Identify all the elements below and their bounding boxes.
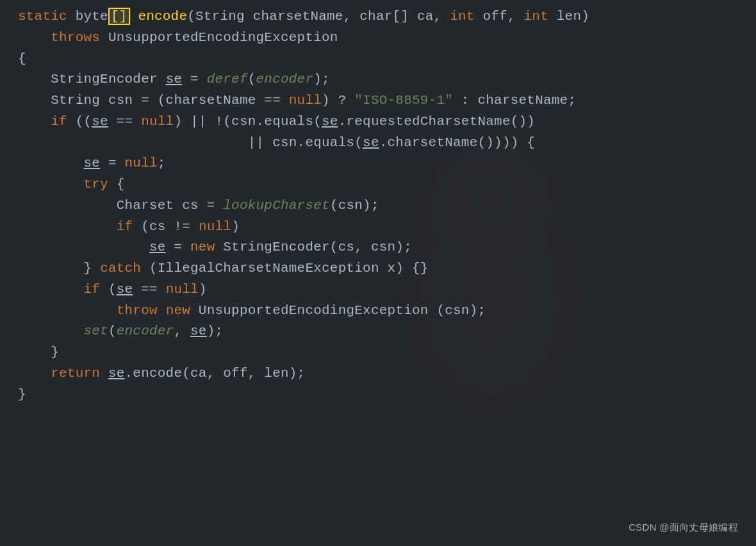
code-token: []	[108, 8, 130, 25]
code-token: se	[149, 240, 166, 254]
code-line: static byte[] encode(String charsetName,…	[18, 6, 738, 28]
code-token: throws	[18, 30, 108, 45]
code-token: );	[313, 72, 330, 87]
code-token: char	[359, 9, 392, 24]
code-token: ((	[67, 114, 92, 129]
code-token: if	[51, 114, 67, 129]
code-token	[130, 9, 138, 24]
code-token: throw	[117, 303, 158, 318]
code-line: if (se == null)	[18, 279, 738, 301]
code-token: null	[125, 156, 158, 170]
code-token: [] ca,	[393, 9, 450, 24]
code-token: se	[84, 156, 101, 170]
code-token: ) ?	[322, 93, 354, 108]
code-token: =	[182, 72, 206, 87]
code-token: (	[248, 72, 256, 87]
code-token: se	[117, 282, 133, 297]
code-token: (csn);	[330, 198, 379, 213]
code-token: UnsupportedEncodingException (csn);	[190, 303, 486, 318]
code-token	[100, 366, 108, 381]
code-token: .encode(ca, off, len);	[125, 366, 306, 381]
code-token: se	[322, 114, 338, 129]
code-token: len)	[548, 9, 589, 24]
code-container: static byte[] encode(String charsetName,…	[0, 0, 756, 546]
code-token: try	[84, 177, 108, 192]
code-line: throw new UnsupportedEncodingException (…	[18, 301, 738, 322]
code-token: null	[289, 93, 322, 108]
code-line: try {	[18, 174, 738, 195]
code-token: (	[187, 9, 195, 24]
code-token: String csn = (charsetName ==	[18, 93, 289, 108]
code-token: if	[117, 219, 133, 234]
code-token: UnsupportedEncodingException	[108, 30, 338, 45]
code-token: {	[108, 177, 125, 192]
code-token: null	[141, 114, 174, 129]
code-token: null	[166, 282, 199, 297]
code-token: encoder	[117, 324, 174, 338]
code-token: se	[92, 114, 108, 129]
code-line: }	[18, 385, 738, 406]
code-token: ) || !(csn.equals(	[174, 114, 322, 129]
code-token: StringEncoder	[18, 72, 166, 87]
code-line: if (cs != null)	[18, 217, 738, 238]
code-token: off,	[475, 9, 524, 24]
code-token: new	[190, 240, 215, 254]
code-token: .requestedCharsetName())	[338, 114, 536, 129]
code-token	[18, 240, 149, 254]
code-token: se	[363, 135, 379, 150]
code-token	[158, 303, 166, 318]
code-token: ==	[133, 282, 165, 297]
code-token	[18, 114, 51, 129]
code-token: se	[108, 366, 125, 381]
code-token	[18, 282, 84, 297]
code-line: set(encoder, se);	[18, 321, 738, 342]
code-line: {	[18, 49, 738, 70]
code-token: se	[166, 72, 183, 87]
code-line: return se.encode(ca, off, len);	[18, 363, 738, 385]
code-token: =	[100, 156, 124, 170]
code-line: Charset cs = lookupCharset(csn);	[18, 195, 738, 217]
code-token: se	[190, 324, 207, 338]
code-token: }	[18, 261, 100, 276]
code-token	[18, 156, 84, 170]
code-token: charsetName,	[245, 9, 359, 24]
code-token: ==	[108, 114, 141, 129]
code-token	[18, 303, 117, 318]
code-token: catch	[100, 261, 141, 276]
code-line: } catch (IllegalCharsetNameException x) …	[18, 258, 738, 279]
code-token: String	[195, 9, 245, 24]
code-token: {	[18, 51, 26, 66]
code-token: )	[199, 282, 207, 297]
code-token: lookupCharset	[223, 198, 330, 213]
code-token: );	[207, 324, 224, 338]
code-token: return	[51, 366, 100, 381]
code-line: StringEncoder se = deref(encoder);	[18, 69, 738, 90]
code-line: se = null;	[18, 153, 738, 174]
code-token	[18, 324, 84, 338]
code-token: }	[18, 387, 26, 402]
code-token: int	[450, 9, 474, 24]
code-token: ;	[158, 156, 166, 170]
code-token	[18, 366, 51, 381]
code-token: "ISO-8859-1"	[354, 93, 453, 108]
code-token: ,	[174, 324, 190, 338]
code-token: new	[166, 303, 190, 318]
code-token: : charsetName;	[453, 93, 576, 108]
code-line: String csn = (charsetName == null) ? "IS…	[18, 90, 738, 112]
code-token	[18, 219, 117, 234]
code-line: || csn.equals(se.charsetName()))) {	[18, 133, 738, 154]
code-line: se = new StringEncoder(cs, csn);	[18, 237, 738, 258]
code-token: byte	[76, 9, 108, 24]
watermark-text: CSDN @面向丈母娘编程	[629, 520, 738, 534]
code-token: if	[84, 282, 101, 297]
code-token: encode	[138, 9, 187, 24]
code-token: (cs !=	[133, 219, 199, 234]
code-line: }	[18, 342, 738, 363]
code-token: .charsetName()))) {	[379, 135, 535, 150]
code-token: (	[108, 324, 117, 338]
code-token: int	[524, 9, 548, 24]
code-token: =	[166, 240, 190, 254]
code-token: (	[100, 282, 117, 297]
code-token: StringEncoder(cs, csn);	[215, 240, 413, 254]
code-token	[18, 177, 84, 192]
